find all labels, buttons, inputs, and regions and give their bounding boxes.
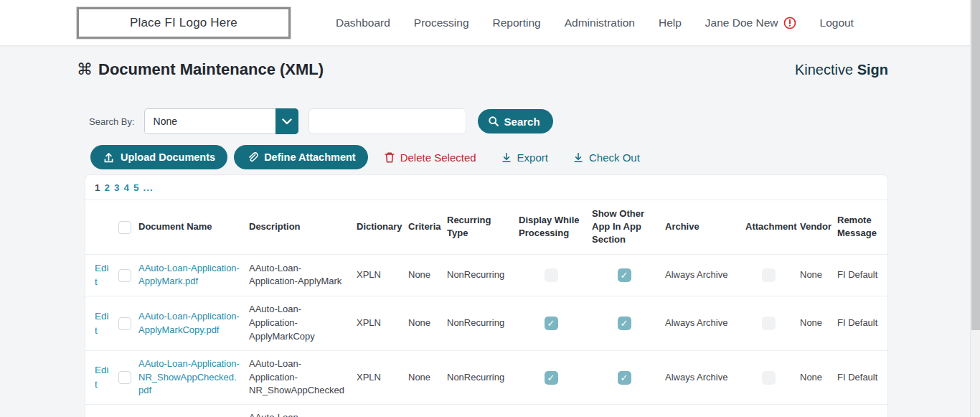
col-dictionary: Dictionary bbox=[352, 200, 404, 254]
document-name-link[interactable]: AAuto-Loan-Application-NR_ShowAppChecked… bbox=[138, 358, 240, 396]
recurring-type-cell: NonRecurring bbox=[443, 350, 514, 405]
description-cell: AAuto-Loan-Application-ApplyMarkCopy bbox=[245, 296, 352, 351]
edit-link[interactable]: Edit bbox=[95, 365, 109, 390]
top-header-bar: Place FI Logo Here Dashboard Processing … bbox=[0, 0, 980, 45]
table-row: Edit AAuto-Loan-Application-ApplyMarkCop… bbox=[85, 296, 888, 351]
fi-logo-placeholder: Place FI Logo Here bbox=[77, 7, 291, 39]
dictionary-cell: XPLN bbox=[352, 296, 404, 351]
brand-logo: Kinective Sign bbox=[795, 62, 888, 78]
col-display-while-processing: Display While Processing bbox=[514, 200, 588, 254]
table-row: Edit AAuto-Loan-Application-ApplyMark.pd… bbox=[85, 254, 888, 296]
row-checkbox[interactable] bbox=[118, 317, 131, 330]
col-attachment: Attachment bbox=[741, 200, 796, 254]
description-cell: AAuto-Loan-Application-NR_ShowAppChecked bbox=[245, 350, 352, 405]
col-show-other-app: Show Other App In App Section bbox=[588, 200, 661, 254]
search-row: Search By: None Search bbox=[89, 108, 888, 134]
search-by-dropdown[interactable]: None bbox=[144, 108, 298, 134]
select-all-checkbox[interactable] bbox=[118, 221, 131, 234]
archive-cell: Always Archive bbox=[661, 350, 741, 405]
actions-row: Upload Documents Define Attachment Delet… bbox=[90, 145, 888, 169]
export-button[interactable]: Export bbox=[501, 151, 548, 164]
page-title: ⌘ Document Maintenance (XML) bbox=[77, 60, 324, 79]
col-criteria: Criteria bbox=[404, 200, 443, 254]
documents-table: Document Name Description Dictionary Cri… bbox=[85, 200, 888, 417]
nav-dashboard[interactable]: Dashboard bbox=[336, 17, 390, 29]
remote-message-cell: FI Default bbox=[833, 296, 888, 351]
page-3[interactable]: 3 bbox=[114, 182, 121, 193]
brand-product: Sign bbox=[857, 62, 888, 78]
vertical-scrollbar[interactable] bbox=[970, 0, 980, 417]
nav-user-jane-doe[interactable]: Jane Doe New bbox=[705, 17, 796, 29]
page-more[interactable]: ... bbox=[143, 182, 154, 193]
criteria-cell: None bbox=[404, 254, 443, 296]
dictionary-cell: XPLN bbox=[352, 405, 404, 417]
trash-icon bbox=[384, 151, 395, 164]
vendor-cell: None bbox=[796, 350, 833, 405]
warning-icon bbox=[783, 17, 796, 29]
row-checkbox[interactable] bbox=[118, 371, 131, 384]
row-checkbox[interactable] bbox=[118, 269, 131, 282]
display-while-processing-checkbox bbox=[545, 268, 558, 282]
vendor-cell: None bbox=[796, 254, 833, 296]
table-header-row: Document Name Description Dictionary Cri… bbox=[85, 200, 888, 254]
criteria-cell: None bbox=[404, 350, 443, 405]
page-2[interactable]: 2 bbox=[105, 182, 111, 193]
vendor-cell: None bbox=[796, 405, 833, 417]
description-cell: AAuto-Loan-Application-ApplyMark bbox=[245, 254, 352, 296]
document-name-link[interactable]: AAuto-Loan-Application-ApplyMarkCopy.pdf bbox=[138, 311, 240, 335]
nav-help[interactable]: Help bbox=[659, 17, 682, 29]
page-5[interactable]: 5 bbox=[133, 182, 140, 193]
dictionary-cell: XPLN bbox=[352, 350, 404, 405]
define-attachment-button[interactable]: Define Attachment bbox=[234, 145, 368, 169]
document-name-link[interactable]: AAuto-Loan-Application-ApplyMark.pdf bbox=[138, 263, 240, 287]
description-cell: AAuto-Loan-Application-NR_ShowAppUncheck… bbox=[245, 405, 352, 417]
col-recurring-type: Recurring Type bbox=[443, 200, 514, 254]
upload-icon bbox=[103, 151, 115, 164]
search-by-label: Search By: bbox=[89, 116, 135, 127]
edit-link[interactable]: Edit bbox=[95, 311, 109, 336]
top-navigation: Dashboard Processing Reporting Administr… bbox=[336, 17, 854, 29]
archive-cell: Always Archive bbox=[661, 405, 741, 417]
page-4[interactable]: 4 bbox=[124, 182, 131, 193]
dictionary-cell: XPLN bbox=[352, 254, 404, 296]
download-icon bbox=[573, 151, 584, 164]
upload-documents-button[interactable]: Upload Documents bbox=[90, 145, 227, 169]
attachment-checkbox bbox=[762, 317, 776, 330]
edit-link[interactable]: Edit bbox=[95, 263, 109, 288]
chevron-down-icon[interactable] bbox=[275, 108, 298, 134]
scrollbar-thumb[interactable] bbox=[971, 0, 980, 330]
col-document-name: Document Name bbox=[134, 200, 245, 254]
search-button[interactable]: Search bbox=[478, 109, 553, 133]
remote-message-cell: FI Default bbox=[833, 405, 888, 417]
col-vendor: Vendor bbox=[796, 200, 833, 254]
col-remote-message: Remote Message bbox=[833, 200, 888, 254]
fi-logo-text: Place FI Logo Here bbox=[130, 16, 237, 30]
recurring-type-cell: NonRecurring bbox=[443, 254, 514, 296]
paperclip-icon bbox=[246, 151, 258, 164]
documents-table-card: 1 2 3 4 5 ... Document Name Descript bbox=[85, 174, 888, 417]
title-row: ⌘ Document Maintenance (XML) Kinective S… bbox=[77, 60, 888, 79]
col-archive: Archive bbox=[661, 200, 741, 254]
remote-message-cell: FI Default bbox=[833, 350, 888, 405]
col-description: Description bbox=[245, 200, 352, 254]
search-icon bbox=[488, 116, 499, 127]
nav-administration[interactable]: Administration bbox=[565, 17, 635, 29]
vendor-cell: None bbox=[796, 296, 833, 351]
page-1[interactable]: 1 bbox=[95, 182, 101, 193]
recurring-type-cell: NonRecurring bbox=[443, 296, 514, 351]
delete-selected-button[interactable]: Delete Selected bbox=[384, 151, 476, 164]
nav-processing[interactable]: Processing bbox=[414, 17, 469, 29]
edit-column-header bbox=[85, 200, 114, 254]
archive-cell: Always Archive bbox=[661, 296, 741, 351]
attachment-checkbox bbox=[762, 371, 776, 385]
check-out-button[interactable]: Check Out bbox=[573, 151, 640, 164]
recurring-type-cell: NonRecurring bbox=[443, 405, 514, 417]
nav-logout[interactable]: Logout bbox=[820, 17, 854, 29]
show-other-app-checkbox bbox=[618, 268, 631, 282]
archive-cell: Always Archive bbox=[661, 254, 741, 296]
show-other-app-checkbox bbox=[618, 371, 631, 385]
nav-reporting[interactable]: Reporting bbox=[493, 17, 541, 29]
search-input[interactable] bbox=[308, 108, 466, 134]
search-by-dropdown-value: None bbox=[145, 116, 276, 127]
display-while-processing-checkbox bbox=[545, 317, 558, 330]
